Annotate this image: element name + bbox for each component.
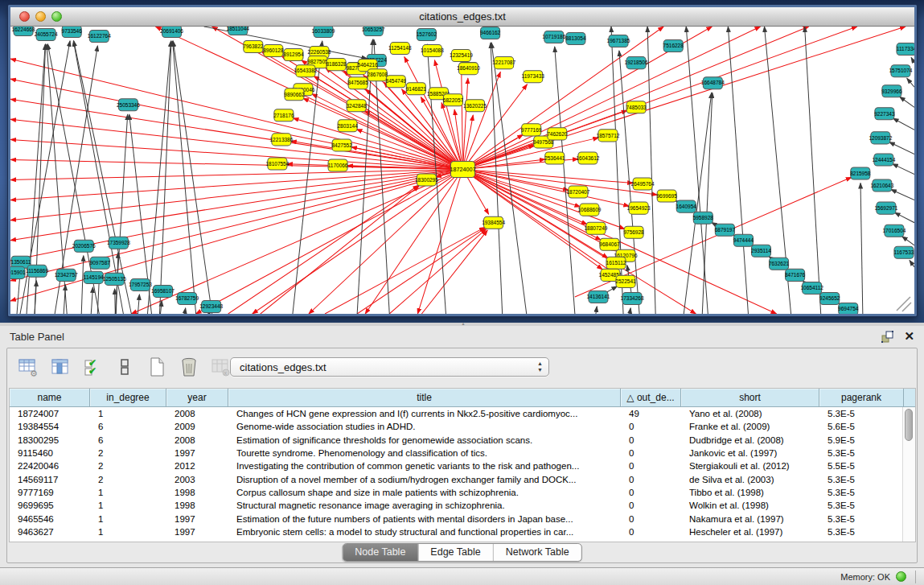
graph-node[interactable]: 12217087 (492, 57, 515, 69)
table-row[interactable]: 977716911998Corpus callosum shape and si… (10, 486, 902, 499)
network-window[interactable]: citations_edges.txt 16224668240557249733… (8, 5, 917, 316)
graph-node[interactable]: 15692971 (874, 202, 897, 214)
graph-node[interactable]: 17334268 (621, 292, 644, 304)
graph-node[interactable]: 16043612 (576, 152, 599, 164)
graph-node[interactable]: 8960128 (263, 45, 284, 57)
graph-node[interactable]: 1527602 (417, 29, 437, 41)
graph-node[interactable]: 2718176 (273, 109, 294, 122)
graph-node[interactable]: 9474444 (733, 234, 754, 246)
table-scrollbar[interactable] (902, 407, 915, 542)
tab-network-table[interactable]: Network Table (493, 544, 581, 561)
graph-node[interactable]: 12444154 (872, 154, 895, 166)
column-header-short[interactable]: short (681, 389, 819, 406)
table-row[interactable]: 911546021997Tourette syndrome. Phenomeno… (10, 447, 902, 459)
graph-node[interactable]: 20206576 (72, 240, 96, 252)
graph-node[interactable]: 18300295 (415, 174, 438, 186)
graph-node[interactable]: 12923448 (199, 300, 223, 312)
column-checks-icon[interactable]: ✔ ✔ (81, 356, 103, 378)
graph-node[interactable]: 19218506 (625, 57, 648, 69)
graph-node[interactable]: 9329966 (881, 85, 902, 97)
graph-node[interactable]: 16648784 (701, 77, 725, 89)
graph-node[interactable]: 18724007 (450, 161, 475, 177)
graph-node[interactable]: 11973433 (522, 71, 545, 83)
tab-node-table[interactable]: Node Table (343, 544, 417, 561)
graph-node[interactable]: 12213386 (269, 134, 293, 146)
float-panel-icon[interactable] (881, 331, 894, 343)
graph-node[interactable]: 19671385 (607, 35, 630, 47)
table-options-icon[interactable]: ⚙ (17, 356, 39, 378)
graph-node[interactable]: 10719186 (542, 31, 565, 43)
graph-node[interactable]: 2522541 (615, 275, 636, 287)
table-row[interactable]: 946554611997Estimation of the future num… (10, 512, 902, 525)
table-row[interactable]: 1872400712008Changes of HCN gene express… (10, 407, 902, 420)
graph-node[interactable]: 24055724 (35, 29, 58, 41)
graph-node[interactable]: 18107554 (265, 158, 289, 170)
graph-node[interactable]: 18511044 (227, 27, 250, 35)
graph-node[interactable]: 26495764 (631, 178, 655, 190)
graph-node[interactable]: 9777169 (521, 124, 542, 136)
table-row[interactable]: 969969511998Structural magnetic resonanc… (10, 499, 902, 512)
delete-column-icon[interactable] (178, 356, 199, 378)
new-column-icon[interactable] (146, 356, 167, 378)
graph-node[interactable]: 16782759 (175, 292, 199, 304)
graph-node[interactable]: 11254148 (388, 43, 412, 55)
graph-node[interactable]: 9466162 (480, 27, 501, 39)
network-window-titlebar[interactable]: citations_edges.txt (10, 7, 914, 27)
column-header-name[interactable]: name (10, 389, 90, 406)
graph-node[interactable]: 9694754 (838, 303, 859, 314)
graph-node[interactable]: 12342757 (55, 269, 78, 281)
graph-node[interactable]: 7485033 (626, 101, 647, 113)
table-row[interactable]: 1830029562008Estimation of significance … (10, 434, 902, 447)
graph-node[interactable]: 16122764 (88, 31, 111, 43)
column-header-in_degree[interactable]: in_degree (90, 389, 166, 406)
graph-node[interactable]: 19654923 (627, 202, 651, 214)
table-selector-dropdown[interactable]: citations_edges.txt ▲▼ (230, 357, 549, 377)
graph-node[interactable]: 7632621 (769, 257, 790, 270)
graph-node[interactable]: 15751074 (889, 65, 912, 77)
graph-node[interactable]: 16958107 (151, 285, 175, 297)
graph-node[interactable]: 8471676 (785, 269, 806, 281)
graph-node[interactable]: 14136141 (586, 290, 610, 303)
graph-node[interactable]: 25053346 (117, 99, 140, 111)
graph-node[interactable]: 1170066 (328, 159, 348, 171)
graph-node[interactable]: 12505135 (103, 273, 126, 285)
graph-node[interactable]: 12093872 (869, 132, 892, 144)
graph-node[interactable]: 9699695 (657, 190, 678, 202)
graph-node[interactable]: 17957253 (129, 278, 152, 290)
graph-node[interactable]: 7462620 (547, 128, 568, 140)
minimize-window-button[interactable] (35, 11, 46, 22)
graph-node[interactable]: 6879197 (715, 224, 736, 236)
graph-node[interactable]: 1167533 (894, 246, 914, 258)
graph-node[interactable]: 10688609 (577, 204, 601, 216)
graph-node[interactable]: 12325419 (450, 50, 473, 62)
graph-node[interactable]: 1615112 (606, 257, 626, 269)
graph-node[interactable]: 9756928 (623, 226, 644, 238)
graph-node[interactable]: 8475685 (347, 77, 368, 89)
graph-node[interactable]: 3915901 (10, 266, 26, 278)
graph-node[interactable]: 8912954 (283, 49, 304, 61)
graph-node[interactable]: 8427552 (331, 139, 352, 151)
scrollbar-thumb[interactable] (905, 409, 913, 441)
graph-node[interactable]: 2803144 (337, 120, 358, 132)
graph-node[interactable]: 19384554 (482, 216, 505, 229)
column-header-year[interactable]: year (166, 389, 228, 406)
graph-node[interactable]: 9227343 (874, 108, 895, 120)
graph-node[interactable]: 3242848 (346, 100, 367, 112)
tab-edge-table[interactable]: Edge Table (417, 544, 492, 561)
graph-node[interactable]: 1640954 (676, 200, 697, 212)
graph-node[interactable]: 18720407 (566, 186, 589, 198)
table-row[interactable]: 946362711997Embryonic stem cells: a mode… (10, 525, 902, 538)
column-header-title[interactable]: title (228, 389, 621, 406)
column-header-out_degree[interactable]: △ out_de... (621, 389, 681, 406)
table-row[interactable]: 2242004622012Investigating the contribut… (10, 459, 902, 472)
zoom-window-button[interactable] (51, 11, 62, 22)
graph-node[interactable]: 9097587 (90, 257, 111, 269)
graph-node[interactable]: 6822057 (443, 94, 464, 106)
graph-node[interactable]: 18807249 (584, 222, 607, 234)
table-mode-icon[interactable] (113, 356, 135, 378)
graph-node[interactable]: 8454749 (386, 76, 407, 88)
graph-node[interactable]: 17359928 (107, 237, 130, 249)
graph-node[interactable]: 7516228 (663, 40, 684, 52)
graph-node[interactable]: 9890662 (284, 89, 305, 101)
graph-node[interactable]: 2536441 (544, 152, 565, 164)
